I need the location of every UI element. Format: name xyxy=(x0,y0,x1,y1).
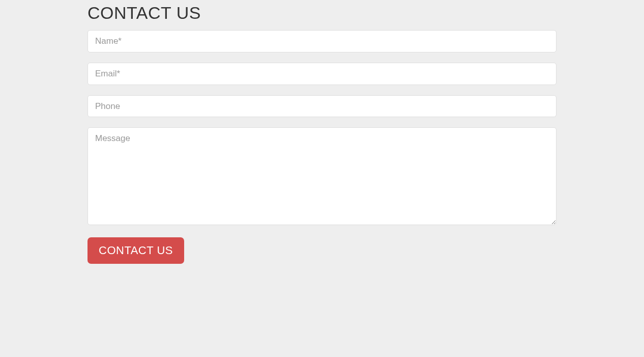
page-title: CONTACT US xyxy=(87,0,557,30)
message-textarea[interactable] xyxy=(87,127,557,225)
form-group-email xyxy=(87,63,557,85)
contact-form: CONTACT US xyxy=(87,30,557,264)
submit-button[interactable]: CONTACT US xyxy=(87,237,184,264)
form-group-phone xyxy=(87,95,557,118)
phone-input[interactable] xyxy=(87,95,557,118)
form-group-name xyxy=(87,30,557,52)
form-group-message xyxy=(87,127,557,227)
email-input[interactable] xyxy=(87,63,557,85)
contact-form-container: CONTACT US CONTACT US xyxy=(87,0,557,264)
name-input[interactable] xyxy=(87,30,557,52)
